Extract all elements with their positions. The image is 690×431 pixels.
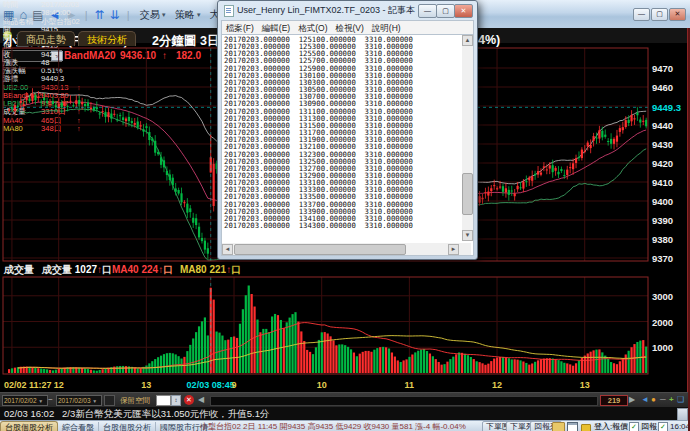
scroll-right-icon[interactable]: ►	[448, 244, 459, 255]
vi-label: MA80	[180, 264, 209, 275]
notepad-titlebar[interactable]: User_Henry Lin_FIMTX02.TF_0203 - 記事本 — ▢…	[218, 1, 477, 20]
quote-ticker: 小型台指02 2日 11:45 開9435 高9435 低9429 收9430 …	[200, 421, 466, 431]
scroll-left-icon[interactable]: ◄	[222, 244, 233, 255]
time-tick: 12	[492, 380, 502, 390]
quote-label: 報價	[612, 421, 628, 431]
date-from-combo[interactable]: 2017/02/02 ▼	[2, 395, 48, 406]
vi-value: 221	[209, 264, 226, 275]
notepad-menu-item[interactable]: 檔案(F)	[226, 21, 254, 35]
range-tilde: ~	[48, 395, 53, 404]
price-tick: 9460	[652, 82, 673, 93]
range-navigation-bar: 2017/02/02 ▼ ~ 2017/02/03 ▼ 保留空間 ↕ ✕ ◀ 2…	[0, 392, 690, 408]
notepad-hscrollbar[interactable]: ◄ ►	[222, 243, 471, 255]
news-time: 02/03 16:02	[4, 407, 54, 420]
zoom-in-icon[interactable]: ◄	[641, 395, 649, 405]
date-to-value: 2017/02/03	[58, 397, 91, 404]
scroll-right-icon[interactable]: ▶	[629, 395, 635, 405]
date-from-value: 2017/02/02	[4, 397, 37, 404]
vi-value: 1027	[75, 264, 97, 275]
volume-indicator: MA40 224↑口	[112, 263, 173, 277]
add-indicator-icon[interactable]: +	[669, 395, 674, 405]
volume-indicator: 成交量 1027↑口	[42, 263, 112, 277]
app-window: ▦ ⌂ ▤ ◄ ► | ⇈ ⇊ | 交易▼策略▼大盤▼報價▼選股▼資訊▼ —▢✕…	[0, 0, 690, 431]
vi-unit: 口	[231, 264, 241, 275]
notepad-close-button[interactable]: ✕	[454, 4, 473, 18]
spinner-icon[interactable]: ↕	[171, 395, 181, 406]
vi-label: MA40	[112, 264, 141, 275]
clock-time: 16:04:02	[670, 421, 690, 431]
price-tick: 9400	[652, 196, 673, 207]
scroll-left-icon[interactable]: ◀	[198, 395, 204, 405]
notepad-menu-item[interactable]: 編輯(E)	[262, 21, 290, 35]
login-label: 登入:	[594, 421, 612, 431]
time-tick: 9	[232, 380, 237, 390]
price-tick: 9470	[652, 63, 673, 74]
notepad-menubar: 檔案(F)編輯(E)格式(O)檢視(V)說明(H)	[221, 20, 474, 35]
volume-tick: 1000	[652, 342, 673, 353]
keep-space-input[interactable]	[156, 395, 171, 406]
tile-windows-icon[interactable]: ❏	[677, 395, 684, 405]
price-tick: 9440	[652, 120, 673, 131]
quote-checkbox[interactable]: ✓	[629, 422, 639, 431]
hscroll-thumb[interactable]	[234, 244, 406, 255]
zoom-out-icon[interactable]: ─	[660, 395, 666, 405]
notepad-app-icon	[224, 5, 234, 17]
bar-count-box: 219	[600, 395, 628, 406]
notepad-vscrollbar[interactable]: ▲ ▼	[462, 35, 473, 241]
report-label: 回報	[641, 421, 657, 431]
close-button[interactable]: ✕	[669, 8, 686, 21]
notepad-text[interactable]: 20170203.000000 125100.000000 3310.00000…	[224, 36, 413, 229]
chart-scrollbar-track[interactable]	[210, 396, 598, 406]
tab-2[interactable]: 技術分析	[78, 31, 136, 46]
window-icon[interactable]	[567, 422, 578, 431]
news-ticker-bar: 02/03 16:02 2/3新台幣兌美元匯率以31.050元作收，升值5.1分	[0, 407, 690, 420]
time-tick: 13	[141, 380, 151, 390]
price-tick: 9410	[652, 177, 673, 188]
news-text[interactable]: 2/3新台幣兌美元匯率以31.050元作收，升值5.1分	[62, 407, 269, 420]
bottom-tab-3[interactable]: 台股個股分析	[99, 422, 156, 431]
crosshair-icon[interactable]: ●	[651, 395, 656, 405]
minimize-button[interactable]: —	[633, 8, 650, 21]
notepad-menu-item[interactable]: 檢視(V)	[335, 21, 363, 35]
notepad-menu-item[interactable]: 格式(O)	[298, 21, 327, 35]
notepad-menu-item[interactable]: 說明(H)	[372, 21, 401, 35]
notepad-title: User_Henry Lin_FIMTX02.TF_0203 - 記事本	[237, 1, 415, 20]
volume-indicator: MA80 221↑口	[180, 263, 241, 277]
folder-icon[interactable]	[552, 422, 565, 431]
scroll-up-icon[interactable]: ▲	[462, 35, 473, 46]
volume-pane-label: 成交量	[4, 263, 34, 277]
bottom-tab-2[interactable]: 綜合看盤	[58, 422, 99, 431]
bottom-status-bar: 台股個股分析綜合看盤台股個股分析國際股市行情 小型台指02 2日 11:45 開…	[0, 420, 690, 431]
chevron-down-icon: ▼	[38, 398, 43, 404]
keep-space-label: 保留空間	[120, 396, 150, 406]
vi-value: 224	[141, 264, 158, 275]
volume-tick: 3000	[652, 291, 673, 302]
report-checkbox[interactable]: ✓	[658, 422, 668, 431]
time-tick: 10	[317, 380, 327, 390]
calendar-icon[interactable]	[104, 395, 115, 406]
tab-1[interactable]: 商品走勢	[17, 31, 75, 46]
time-tick: 02/03 08:45	[187, 380, 235, 390]
maximize-button[interactable]: ▢	[651, 8, 668, 21]
notepad-content[interactable]: 20170203.000000 125100.000000 3310.00000…	[221, 34, 474, 256]
price-tick: 9420	[652, 158, 673, 169]
view-tabs: 商品走勢技術分析	[14, 29, 136, 47]
price-tick: 9390	[652, 215, 673, 226]
notepad-minimize-button[interactable]: —	[418, 4, 437, 18]
notepad-maximize-button[interactable]: ▢	[436, 4, 455, 18]
lock-icon[interactable]	[581, 424, 591, 431]
main-window-controls: —▢✕	[632, 2, 686, 21]
price-tick: 9430	[652, 139, 673, 150]
clear-icon[interactable]: ✕	[184, 395, 194, 405]
chevron-down-icon: ▼	[92, 398, 97, 404]
volume-pane-header: 成交量 成交量 1027↑口MA40 224↑口MA80 221↑口	[0, 262, 690, 277]
date-to-combo[interactable]: 2017/02/03 ▼	[56, 395, 102, 406]
notepad-window[interactable]: User_Henry Lin_FIMTX02.TF_0203 - 記事本 — ▢…	[217, 0, 478, 260]
vi-label: 成交量	[42, 264, 75, 275]
scroll-down-icon[interactable]: ▼	[462, 230, 473, 241]
vi-unit: 口	[102, 264, 112, 275]
volume-tick: 2000	[652, 317, 673, 328]
vscroll-thumb[interactable]	[462, 173, 473, 215]
bottom-tab-1[interactable]: 台股個股分析	[0, 421, 58, 431]
time-tick: 11	[405, 380, 415, 390]
